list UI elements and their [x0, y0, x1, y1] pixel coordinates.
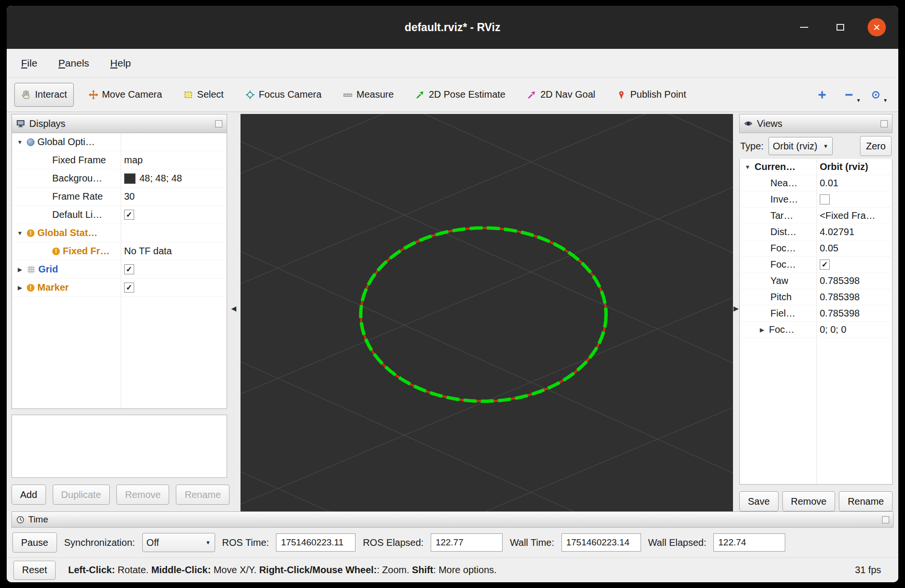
tree-row-frame-rate[interactable]: Frame Rate 30 [12, 188, 227, 206]
view-row-focal-shape-size[interactable]: Foc… 0.05 [740, 240, 892, 257]
chevron-down-icon[interactable]: ▼ [16, 139, 24, 146]
views-panel: Views Type: Orbit (rviz) ▼ Zero ▼ Curren… [739, 114, 893, 511]
reset-button[interactable]: Reset [13, 561, 56, 580]
rename-button: Rename [176, 485, 229, 505]
property-value[interactable]: 0; 0; 0 [820, 324, 847, 335]
view-row-field-of-view[interactable]: Fiel… 0.785398 [740, 305, 892, 322]
checkbox-checked[interactable]: ✓ [820, 260, 830, 270]
chevron-down-icon[interactable]: ▼ [16, 230, 24, 237]
maximize-button[interactable] [831, 18, 849, 36]
tree-row-global-status[interactable]: ▼ ! Global Stat… [12, 224, 227, 242]
view-row-target-frame[interactable]: Tar… <Fixed Fra… [740, 208, 892, 224]
property-value[interactable]: <Fixed Fra… [820, 210, 875, 221]
chevron-down-icon[interactable]: ▼ [744, 164, 752, 170]
chevron-down-icon: ▼ [823, 143, 828, 149]
wall-elapsed-field[interactable]: 122.74 [713, 533, 785, 552]
checkbox-checked[interactable]: ✓ [124, 283, 134, 293]
property-label: Marker [37, 282, 69, 293]
pause-button[interactable]: Pause [12, 532, 57, 553]
property-value[interactable]: map [124, 155, 143, 166]
view-row-focal-point[interactable]: ▶ Foc… 0; 0; 0 [740, 322, 892, 338]
tool-publish-point[interactable]: Publish Point [609, 83, 693, 107]
displays-panel-header[interactable]: Displays [11, 114, 227, 133]
save-button[interactable]: Save [739, 491, 779, 511]
tree-row-fixed-frame[interactable]: Fixed Frame map [12, 151, 227, 170]
menu-file[interactable]: File [21, 57, 37, 69]
color-swatch[interactable] [124, 173, 136, 184]
minimize-button[interactable] [795, 18, 813, 36]
splitter-right[interactable]: ▶ [733, 114, 739, 511]
panel-float-button[interactable] [215, 120, 222, 127]
toolbar-right-group: ▼ ▼ [816, 88, 891, 102]
tool-label: Move Camera [102, 89, 162, 100]
property-value[interactable]: 0.785398 [820, 292, 859, 303]
view-type-select[interactable]: Orbit (rviz) ▼ [768, 137, 833, 155]
property-value[interactable]: 30 [124, 191, 135, 202]
collapse-right-icon[interactable]: ▶ [733, 305, 739, 312]
tree-row-background-color[interactable]: Backgrou… 48; 48; 48 [12, 170, 227, 188]
menu-help[interactable]: Help [110, 57, 131, 69]
menu-panels[interactable]: Panels [58, 57, 89, 69]
tool-2d-pose-estimate[interactable]: 2D Pose Estimate [408, 83, 512, 107]
views-panel-header[interactable]: Views [739, 114, 893, 133]
ros-elapsed-field[interactable]: 122.77 [431, 533, 503, 552]
close-button[interactable]: ✕ [868, 18, 886, 36]
time-panel-header[interactable]: Time [11, 511, 894, 528]
chevron-right-icon[interactable]: ▶ [16, 284, 24, 291]
checkbox-checked[interactable]: ✓ [124, 264, 134, 274]
view-row-near-clip[interactable]: Nea… 0.01 [740, 175, 892, 192]
checkbox-unchecked[interactable]: ✓ [820, 194, 830, 204]
tree-row-fixed-frame-status[interactable]: ! Fixed Fr… No TF data [12, 242, 227, 260]
tool-move-camera[interactable]: Move Camera [81, 83, 169, 107]
collapse-left-icon[interactable]: ◀ [231, 305, 237, 312]
property-value[interactable]: 0.785398 [820, 308, 859, 319]
panel-title: Views [757, 118, 782, 129]
remove-tool-button[interactable]: ▼ [843, 88, 855, 102]
view-type-value: Orbit (rviz) [773, 141, 817, 152]
panel-float-button[interactable] [882, 516, 889, 523]
property-value[interactable]: 48; 48; 48 [139, 173, 182, 184]
chevron-right-icon[interactable]: ▶ [758, 327, 766, 333]
chevron-down-icon[interactable]: ▼ [856, 98, 861, 103]
rename-view-button[interactable]: Rename [839, 491, 893, 511]
tree-row-marker[interactable]: ▶ ! Marker ✓ [12, 279, 227, 297]
property-label: Foc… [770, 243, 796, 254]
property-value[interactable]: 0.785398 [820, 275, 859, 286]
remove-view-button[interactable]: Remove [782, 491, 835, 511]
wall-time-field[interactable]: 1751460223.14 [561, 533, 641, 552]
render-viewport-3d[interactable] [241, 114, 733, 511]
tool-2d-nav-goal[interactable]: 2D Nav Goal [520, 83, 602, 107]
splitter-left[interactable]: ◀ [227, 114, 241, 511]
view-row-focal-shape-fixed[interactable]: Foc… ✓ [740, 257, 892, 273]
add-tool-button[interactable] [816, 88, 828, 102]
tool-focus-camera[interactable]: Focus Camera [238, 83, 328, 107]
add-button[interactable]: Add [11, 485, 46, 505]
tool-select[interactable]: Select [176, 83, 230, 107]
tool-interact[interactable]: Interact [14, 83, 74, 107]
property-value[interactable]: 4.02791 [820, 226, 854, 237]
view-row-pitch[interactable]: Pitch 0.785398 [740, 289, 892, 305]
tree-row-grid[interactable]: ▶ Grid ✓ [12, 260, 227, 279]
ros-time-field[interactable]: 1751460223.11 [276, 533, 355, 552]
panel-float-button[interactable] [881, 120, 888, 127]
view-row-current[interactable]: ▼ Curren… Orbit (rviz) [740, 159, 892, 175]
property-value[interactable]: 0.01 [820, 178, 838, 189]
property-label: Tar… [770, 210, 793, 221]
tool-measure[interactable]: Measure [336, 83, 401, 107]
chevron-down-icon[interactable]: ▼ [883, 98, 888, 103]
view-row-distance[interactable]: Dist… 4.02791 [740, 224, 892, 240]
zero-button[interactable]: Zero [860, 136, 892, 156]
view-row-yaw[interactable]: Yaw 0.785398 [740, 273, 892, 289]
time-controls: Pause Synchronization: Off ▼ ROS Time: 1… [11, 528, 894, 557]
checkbox-checked[interactable]: ✓ [124, 210, 134, 220]
chevron-right-icon[interactable]: ▶ [16, 266, 24, 273]
view-row-invert-z[interactable]: Inve… ✓ [740, 192, 892, 208]
tool-options-button[interactable]: ▼ [870, 88, 882, 102]
synchronization-select[interactable]: Off ▼ [142, 533, 215, 552]
property-label: Frame Rate [52, 191, 103, 202]
property-label: Grid [38, 264, 58, 275]
tree-row-default-light[interactable]: Default Li… ✓ [12, 206, 227, 224]
tree-row-global-options[interactable]: ▼ Global Opti… [12, 133, 227, 151]
titlebar[interactable]: default.rviz* - RViz ✕ [7, 6, 898, 49]
property-value[interactable]: 0.05 [820, 243, 838, 254]
